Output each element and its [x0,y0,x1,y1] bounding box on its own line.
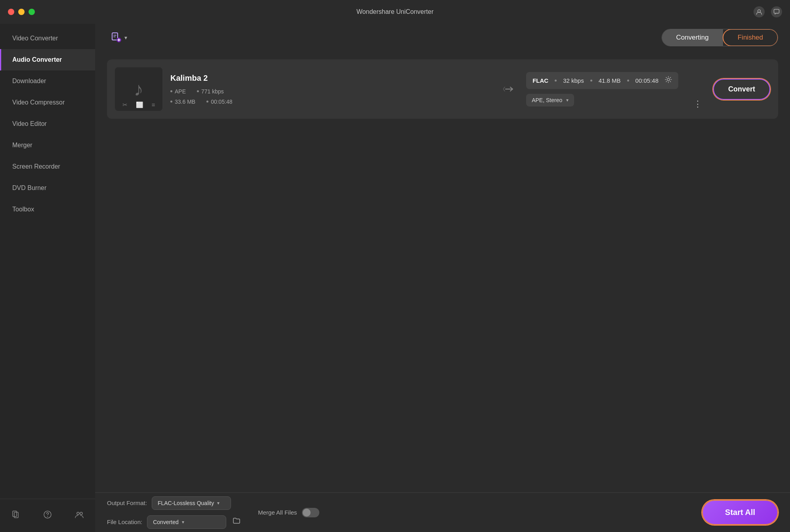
svg-rect-3 [14,512,18,518]
audio-mode-chevron: ▾ [566,97,569,103]
svg-rect-1 [774,10,779,13]
chat-icon[interactable] [771,6,782,17]
merge-toggle-switch[interactable] [302,508,319,517]
output-size: 41.8 MB [599,77,621,84]
traffic-light-green[interactable] [29,9,35,15]
tab-converting[interactable]: Converting [662,29,723,46]
user-icon[interactable] [754,6,765,17]
dot-duration [206,101,208,103]
titlebar: Wondershare UniConverter [0,0,790,24]
music-note-icon: ♪ [134,78,143,100]
add-file-button[interactable]: ▾ [107,30,131,46]
sidebar-item-video-converter[interactable]: Video Converter [0,28,95,49]
output-format-field: Output Format: FLAC-Lossless Quality ▾ [107,496,242,510]
thumbnail-controls: ✂ ⬜ ≡ [115,101,162,108]
file-card: ♪ ✂ ⬜ ≡ Kalimba 2 APE [107,59,778,119]
traffic-light-yellow[interactable] [18,9,25,15]
file-thumbnail: ♪ ✂ ⬜ ≡ [115,67,162,111]
file-location-label: File Location: [107,519,142,525]
bottom-bar: Output Format: FLAC-Lossless Quality ▾ F… [95,492,790,532]
list-icon[interactable]: ≡ [152,101,155,108]
convert-button[interactable]: Convert [713,79,770,100]
sidebar-item-merger[interactable]: Merger [0,135,95,156]
svg-point-7 [80,512,82,515]
audio-mode-select[interactable]: APE, Stereo ▾ [526,94,574,106]
file-meta-row2: 33.6 MB 00:05:48 [170,99,491,105]
titlebar-icons [754,6,782,17]
toolbar: ▾ Converting Finished [95,24,790,51]
file-meta: APE 771 kbps [170,88,491,95]
add-file-chevron: ▾ [124,34,127,41]
app-title: Wondershare UniConverter [357,8,433,15]
content-area: ▾ Converting Finished ♪ ✂ ⬜ [95,24,790,532]
sidebar-item-video-editor[interactable]: Video Editor [0,113,95,135]
source-format: APE [170,88,186,95]
dot-out-size [590,80,592,82]
sidebar: Video Converter Audio Converter Download… [0,24,95,532]
output-format-field-label: Output Format: [107,500,147,506]
svg-point-5 [47,516,48,517]
output-format-label: FLAC [532,77,548,84]
audio-mode-value: APE, Stereo [532,97,562,103]
merge-all-files-toggle: Merge All Files [258,508,319,517]
traffic-light-red[interactable] [8,9,14,15]
svg-point-6 [77,512,79,515]
tab-finished[interactable]: Finished [723,29,778,46]
svg-point-10 [667,78,670,81]
sidebar-bottom [0,499,95,532]
sidebar-item-video-compressor[interactable]: Video Compressor [0,92,95,113]
dot-bitrate [197,90,199,92]
bookmarks-icon[interactable] [8,507,23,524]
dot-format [170,90,172,92]
help-icon[interactable] [40,507,55,524]
output-format-chevron: ▾ [217,500,219,506]
source-bitrate: 771 kbps [197,88,224,95]
sidebar-item-toolbox[interactable]: Toolbox [0,199,95,220]
settings-button[interactable] [665,76,672,85]
main-layout: Video Converter Audio Converter Download… [0,24,790,532]
users-icon[interactable] [72,507,87,524]
source-size: 33.6 MB [170,99,195,105]
file-list-area: ♪ ✂ ⬜ ≡ Kalimba 2 APE [95,51,790,492]
sidebar-item-screen-recorder[interactable]: Screen Recorder [0,156,95,177]
output-format-select[interactable]: FLAC-Lossless Quality ▾ [152,496,231,510]
dot-out-bitrate [555,80,557,82]
convert-arrow [499,84,518,95]
file-location-value: Converted [153,519,179,525]
dot-size [170,101,172,103]
file-name: Kalimba 2 [170,74,491,83]
output-format-bar: FLAC 32 kbps 41.8 MB 00:05:48 [526,72,678,89]
file-location-field: File Location: Converted ▾ [107,515,242,529]
start-all-button[interactable]: Start All [702,500,778,525]
file-location-select[interactable]: Converted ▾ [147,515,226,529]
more-options-button[interactable]: ⋮ [690,97,705,111]
merge-label: Merge All Files [258,509,297,516]
cut-icon[interactable]: ✂ [122,101,128,108]
sidebar-item-audio-converter[interactable]: Audio Converter [0,49,95,70]
output-duration: 00:05:48 [635,77,658,84]
source-duration: 00:05:48 [206,99,233,105]
file-location-chevron: ▾ [182,519,184,525]
output-bitrate: 32 kbps [563,77,584,84]
tab-group: Converting Finished [662,29,778,46]
sidebar-item-dvd-burner[interactable]: DVD Burner [0,177,95,199]
traffic-lights [8,9,35,15]
open-folder-button[interactable] [231,515,242,528]
output-format-select-value: FLAC-Lossless Quality [158,500,214,506]
output-config: FLAC 32 kbps 41.8 MB 00:05:48 [526,72,678,106]
sidebar-item-downloader[interactable]: Downloader [0,70,95,92]
svg-rect-2 [13,511,17,517]
dot-out-duration [627,80,629,82]
crop-icon[interactable]: ⬜ [136,101,143,108]
file-info: Kalimba 2 APE 771 kbps [170,74,491,105]
